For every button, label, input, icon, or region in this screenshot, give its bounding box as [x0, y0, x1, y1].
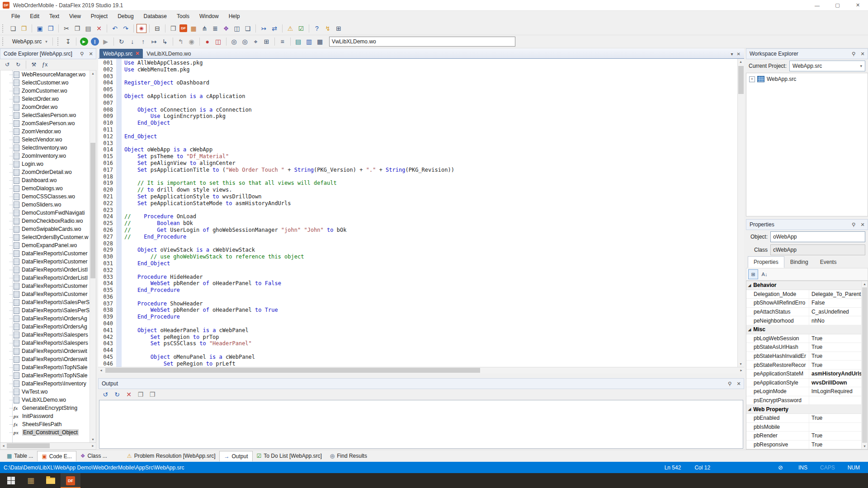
web-function-tool-button[interactable]: ƒx	[40, 60, 50, 70]
collapse-icon[interactable]: ◢	[748, 283, 751, 287]
tree-item[interactable]: DataFlexReports\TopNSale	[0, 371, 96, 380]
code-line[interactable]: Object oWebApp is a cWebApp	[124, 146, 744, 153]
code-line[interactable]: Use LoginEncryption.pkg	[124, 113, 744, 120]
class-palette-button[interactable]: ❖	[221, 23, 231, 33]
undo-button[interactable]: ↶	[110, 23, 120, 33]
code-line[interactable]	[124, 207, 744, 214]
next-message-button[interactable]: ↻	[112, 389, 122, 399]
property-row[interactable]: pbStateRestoreRecorTrue	[746, 361, 868, 370]
tree-item[interactable]: DemoCustomFwdNavigati	[0, 209, 96, 217]
code-line[interactable]	[124, 347, 744, 354]
code-line[interactable]: // Get UserLogin of ghoWebSessionManager…	[124, 227, 744, 234]
menu-debug[interactable]: Debug	[113, 12, 138, 21]
code-explorer-grid-button[interactable]: ⊞	[262, 37, 272, 47]
code-line[interactable]: Set peRegion to prTop	[124, 334, 744, 341]
tree-item[interactable]: DemoSliders.wo	[0, 201, 96, 209]
paste-button[interactable]: ▤	[83, 23, 93, 33]
property-value[interactable]	[809, 423, 868, 432]
tree-vscroll-thumb[interactable]	[90, 143, 95, 278]
menu-view[interactable]: View	[64, 12, 86, 21]
property-value[interactable]: False	[809, 449, 868, 450]
property-row[interactable]: psEncryptPassword	[746, 396, 868, 405]
property-group-header[interactable]: ◢Behavior	[746, 281, 868, 290]
bottom-tab-output[interactable]: →Output	[219, 451, 252, 461]
tree-item[interactable]: pxInitPassword	[0, 412, 96, 420]
step-out-button[interactable]: ↑	[138, 37, 148, 47]
property-row[interactable]: pbIsMobile	[746, 423, 868, 432]
tree-vertical-scrollbar[interactable]: ▴ ▾	[90, 70, 96, 442]
code-line[interactable]: WebSet pbRender of oHeaderPanel to False	[124, 280, 744, 287]
new-view-button[interactable]: ❏	[243, 23, 253, 33]
output-splitter[interactable]	[98, 374, 744, 378]
scroll-right-icon[interactable]: ▸	[90, 443, 96, 449]
tree-item[interactable]: DemoExpandPanel.wo	[0, 241, 96, 249]
tree-item[interactable]: DataFlexReports\OrderListI	[0, 266, 96, 274]
detach-button[interactable]: ↰	[176, 37, 186, 47]
code-line[interactable]: Use AllWebAppClasses.pkg	[124, 60, 744, 66]
propgrid-vscroll-thumb[interactable]	[862, 287, 867, 443]
tree-item[interactable]: VwLibXLDemo.wo	[0, 396, 96, 404]
code-line[interactable]: // to drill down style views.	[124, 187, 744, 193]
code-line[interactable]: Object oApplication is a cApplication	[124, 93, 744, 100]
property-row[interactable]: pbServerOnOrientatioFalse	[746, 449, 868, 450]
property-row[interactable]: pbResponsiveTrue	[746, 441, 868, 450]
copy-output-button[interactable]: ❐	[136, 389, 146, 399]
categorized-view-button[interactable]: ⊞	[748, 269, 758, 279]
code-line[interactable]: Set peAlignView to alignCenter	[124, 160, 744, 167]
tree-item[interactable]: DataFlexReports\Orderswit	[0, 347, 96, 355]
menu-text[interactable]: Text	[44, 12, 64, 21]
menu-tools[interactable]: Tools	[172, 12, 194, 21]
code-line[interactable]: Object oViewStack is a cWebViewStack	[124, 247, 744, 253]
tree-item[interactable]: Login.wo	[0, 160, 96, 168]
property-row[interactable]: peNeighborhoodnhNo	[746, 316, 868, 325]
editor-hscroll-thumb[interactable]	[105, 368, 480, 373]
editor-horizontal-scrollbar[interactable]: ◂ ▸	[98, 367, 744, 374]
code-line[interactable]	[124, 100, 744, 107]
property-value[interactable]: True	[809, 343, 868, 352]
find-replace-button[interactable]: ◎	[240, 37, 250, 47]
editor-tab-vwlibxldemo-wo[interactable]: VwLibXLDemo.wo	[143, 49, 194, 58]
property-group-header[interactable]: ◢Misc	[746, 325, 868, 334]
minimize-button[interactable]: —	[807, 0, 827, 10]
toolbar-drag-handle[interactable]	[2, 24, 6, 33]
delete-button[interactable]: ✕	[94, 23, 104, 33]
code-line[interactable]: Set psCSSClass to "HeaderPanel"	[124, 340, 744, 347]
scroll-right-icon[interactable]: ▸	[738, 367, 744, 373]
bottom-tab-table[interactable]: ▦Table ...	[3, 451, 37, 461]
tree-item[interactable]: DataFlexReports\OrderListI	[0, 274, 96, 282]
pin-icon[interactable]: ⚲	[850, 51, 857, 57]
tree-item[interactable]: DemoDialogs.wo	[0, 184, 96, 192]
tree-item[interactable]: SelectInventory.wo	[0, 144, 96, 152]
close-icon[interactable]: ✕	[859, 222, 866, 228]
property-row[interactable]: peApplicationStylewvsDrillDown	[746, 379, 868, 388]
set-next-statement-button[interactable]: ↳	[160, 37, 170, 47]
properties-tab-properties[interactable]: Properties	[748, 256, 784, 268]
editor-vertical-scrollbar[interactable]: ▴ ▾	[737, 59, 744, 367]
clear-output-button[interactable]: ✕	[124, 389, 134, 399]
tree-item[interactable]: fxSheetsFilesPath	[0, 420, 96, 428]
object-browser-button[interactable]: ⋔	[199, 23, 209, 33]
tree-horizontal-scrollbar[interactable]: ◂ ▸	[0, 443, 96, 450]
sync-to-editor-button[interactable]: ↺	[2, 60, 12, 70]
bottom-tab-code-e[interactable]: ▣Code E...	[37, 451, 76, 461]
code-line[interactable]	[124, 320, 744, 327]
code-line[interactable]	[124, 267, 744, 274]
property-row[interactable]: Delegation_ModeDelegate_To_Parent	[746, 290, 868, 299]
property-value[interactable]: lmLoginRequired	[809, 387, 868, 396]
property-value[interactable]: True	[809, 334, 868, 343]
tree-item[interactable]: DataFlexReports\SalesPerS	[0, 306, 96, 314]
code-line[interactable]: Set peApplicationStyle to wvsDrillDown	[124, 193, 744, 200]
tree-item[interactable]: DemoSwipableCards.wo	[0, 225, 96, 233]
table-viewer-button[interactable]: ▤	[293, 37, 303, 47]
code-editor[interactable]: 0010020030040050060070080090100110120130…	[98, 59, 744, 367]
properties-tab-binding[interactable]: Binding	[784, 256, 814, 268]
code-line[interactable]: End_Object	[124, 133, 744, 140]
tree-item[interactable]: VwTest.wo	[0, 388, 96, 396]
redo-button[interactable]: ↷	[121, 23, 131, 33]
tree-item[interactable]: DataFlexReports\Salespers	[0, 331, 96, 339]
current-project-combo[interactable]: WebApp.src ▾	[789, 61, 865, 71]
code-line[interactable]: Procedure ShowHeader	[124, 300, 744, 307]
quick-launch-button[interactable]: ↯	[323, 23, 333, 33]
help-button[interactable]: ?	[312, 23, 322, 33]
property-value[interactable]: Delegate_To_Parent	[809, 290, 868, 299]
